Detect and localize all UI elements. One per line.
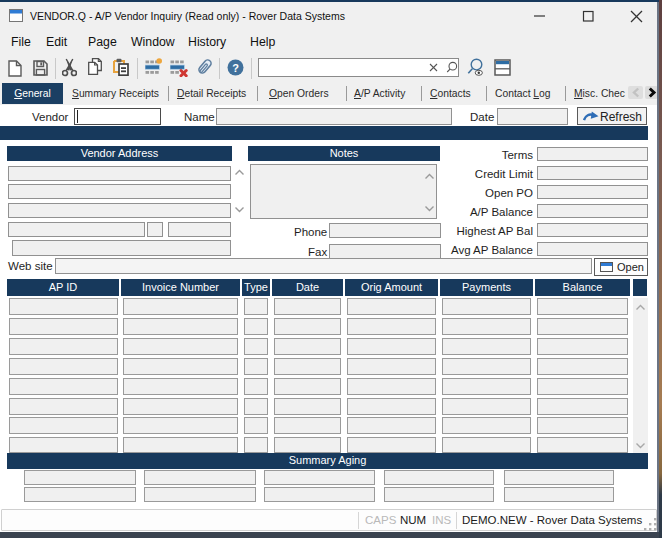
svg-text:?: ?: [232, 62, 239, 74]
